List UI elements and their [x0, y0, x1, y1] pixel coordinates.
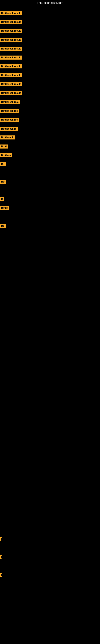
bottleneck-badge-container-20: B	[0, 197, 4, 202]
bottleneck-badge-container-4: Bottleneck result	[0, 38, 22, 43]
bottleneck-result-badge[interactable]: Bottle	[0, 206, 9, 210]
bottleneck-badge-container-12: Bottleneck res	[0, 109, 19, 114]
bottleneck-badge-container-16: Bottl	[0, 144, 8, 149]
site-title: TheBottlenecker.com	[0, 0, 100, 6]
bottleneck-badge-container-19: Bot	[0, 180, 6, 184]
bottleneck-result-badge[interactable]: Bottleneck	[0, 136, 15, 140]
bottleneck-badge-container-10: Bottleneck result	[0, 91, 22, 96]
bottleneck-badge-container-24: |	[0, 555, 2, 560]
bottleneck-result-badge[interactable]: E	[0, 573, 2, 577]
bottleneck-badge-container-7: Bottleneck result	[0, 64, 22, 69]
bottleneck-badge-container-1: Bottleneck result	[0, 11, 22, 16]
bottleneck-result-badge[interactable]: Bottleneck result	[0, 20, 22, 24]
bottleneck-badge-container-21: Bottle	[0, 206, 9, 211]
bottleneck-result-badge[interactable]: Bottleneck result	[0, 47, 22, 51]
bottleneck-badge-container-8: Bottleneck result	[0, 73, 22, 78]
bottleneck-badge-container-13: Bottleneck res	[0, 118, 19, 122]
bottleneck-badge-container-11: Bottleneck resu	[0, 100, 20, 105]
bottleneck-badge-container-14: Bottleneck re	[0, 127, 18, 132]
bottleneck-badge-container-18: Bo	[0, 162, 6, 167]
bottleneck-result-badge[interactable]: Bottl	[0, 144, 8, 148]
bottleneck-result-badge[interactable]: Bo	[0, 162, 6, 166]
bottleneck-badge-container-5: Bottleneck result	[0, 47, 22, 52]
bottleneck-result-badge[interactable]: Bottleneck result	[0, 38, 22, 42]
bottleneck-result-badge[interactable]: Bottleneck res	[0, 118, 19, 122]
bottleneck-result-badge[interactable]: |	[0, 537, 2, 541]
bottleneck-result-badge[interactable]: Bottleneck res	[0, 109, 19, 113]
bottleneck-badge-container-25: E	[0, 573, 2, 578]
bottleneck-result-badge[interactable]: Bottleneck result	[0, 64, 22, 68]
bottleneck-badge-container-22: Bo	[0, 224, 6, 228]
bottleneck-result-badge[interactable]: Bottleneck result	[0, 11, 22, 15]
bottleneck-result-badge[interactable]: |	[0, 555, 2, 559]
bottleneck-result-badge[interactable]: Bottleneck result	[0, 91, 22, 95]
bottleneck-result-badge[interactable]: Bo	[0, 224, 6, 228]
bottleneck-result-badge[interactable]: Bottlene	[0, 153, 12, 158]
bottleneck-result-badge[interactable]: Bottleneck result	[0, 29, 22, 33]
bottleneck-result-badge[interactable]: Bottleneck resu	[0, 100, 20, 104]
bottleneck-badge-container-23: |	[0, 537, 2, 542]
bottleneck-result-badge[interactable]: Bot	[0, 180, 6, 184]
bottleneck-badge-container-6: Bottleneck result	[0, 56, 22, 60]
bottleneck-badge-container-15: Bottleneck	[0, 136, 15, 140]
bottleneck-badge-container-2: Bottleneck result	[0, 20, 22, 25]
bottleneck-result-badge[interactable]: B	[0, 197, 4, 201]
bottleneck-result-badge[interactable]: Bottleneck result	[0, 56, 22, 60]
bottleneck-result-badge[interactable]: Bottleneck result	[0, 73, 22, 77]
bottleneck-result-badge[interactable]: Bottleneck result	[0, 82, 22, 86]
bottleneck-badge-container-9: Bottleneck result	[0, 82, 22, 87]
bottleneck-badge-container-3: Bottleneck result	[0, 29, 22, 34]
bottleneck-badge-container-17: Bottlene	[0, 153, 12, 158]
bottleneck-result-badge[interactable]: Bottleneck re	[0, 127, 18, 131]
